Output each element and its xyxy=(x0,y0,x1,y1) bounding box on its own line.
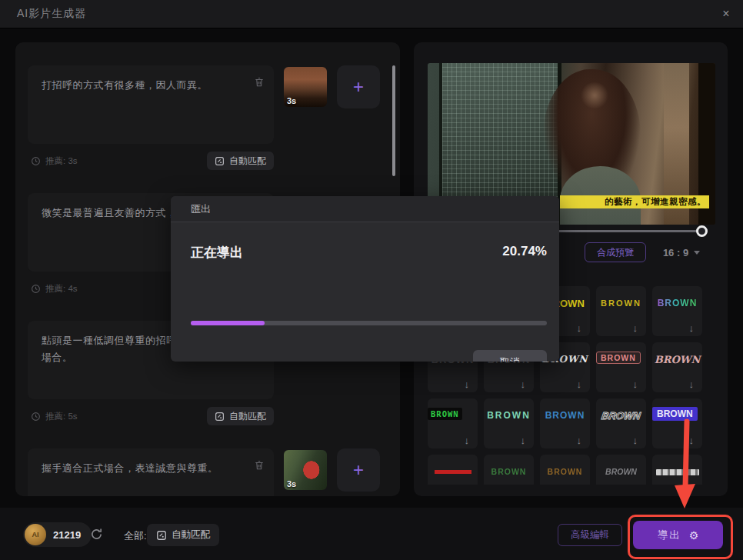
style-sample xyxy=(656,469,699,475)
style-card[interactable]: ↓ xyxy=(428,455,478,485)
style-card[interactable]: BROWN ↓ xyxy=(652,342,702,392)
script-text-box[interactable]: 握手適合正式場合，表達誠意與尊重。 xyxy=(28,448,274,496)
style-sample: BROWN xyxy=(652,342,702,376)
add-clip-button[interactable]: + xyxy=(337,65,380,108)
style-sample: BROWN xyxy=(652,407,698,421)
titlebar: AI影片生成器 × xyxy=(0,0,743,28)
export-progress-fill xyxy=(191,321,265,325)
download-icon[interactable]: ↓ xyxy=(633,435,638,446)
download-icon[interactable]: ↓ xyxy=(577,378,582,390)
style-card[interactable]: BROWN ↓ xyxy=(652,286,702,336)
style-sample: BROWN xyxy=(484,398,534,432)
auto-match-label: 自動匹配 xyxy=(229,410,266,423)
app-window: AI影片生成器 × 打招呼的方式有很多種，因人而異。 推薦: 3s 自動匹配 xyxy=(0,0,743,560)
window-title: AI影片生成器 xyxy=(17,7,86,21)
script-card: 打招呼的方式有很多種，因人而異。 推薦: 3s 自動匹配 3s + xyxy=(28,65,389,170)
gear-icon: ⚙ xyxy=(689,529,699,542)
style-sample: BROWN xyxy=(540,398,590,432)
style-sample: BROWN xyxy=(428,408,462,420)
auto-match-label: 自動匹配 xyxy=(229,155,266,168)
auto-match-all-label: 自動匹配 xyxy=(172,528,210,542)
clock-icon xyxy=(31,156,41,166)
media-column: 3s + xyxy=(284,448,380,496)
style-card[interactable]: BROWN ↓ xyxy=(596,286,646,336)
recommend-duration-label: 推薦: 3s xyxy=(45,155,78,167)
style-sample: BROWN xyxy=(596,455,646,485)
export-button[interactable]: 導出 ⚙ xyxy=(633,521,723,549)
aspect-ratio-value: 16 : 9 xyxy=(663,247,688,258)
thumbnail-duration: 3s xyxy=(287,96,296,105)
auto-match-button[interactable]: 自動匹配 xyxy=(207,407,274,425)
style-sample: BROWN xyxy=(652,286,702,320)
download-icon[interactable]: ↓ xyxy=(633,378,638,390)
export-status-label: 正在導出 xyxy=(191,244,243,262)
style-card[interactable]: BROWN ↓ xyxy=(484,398,534,448)
bottom-bar: AI 21219 全部: 自動匹配 高級編輯 導出 ⚙ xyxy=(0,508,743,560)
export-modal-header: 匯出 xyxy=(171,196,559,222)
export-modal: 匯出 正在導出 20.74% 取消 xyxy=(171,196,559,362)
export-modal-title: 匯出 xyxy=(191,202,211,216)
export-progress-bar xyxy=(191,321,547,325)
recommend-duration-label: 推薦: 5s xyxy=(45,411,78,422)
download-icon[interactable]: ↓ xyxy=(689,322,695,334)
download-icon[interactable]: ↓ xyxy=(689,378,695,390)
credits-pill[interactable]: AI 21219 xyxy=(23,522,92,547)
match-icon xyxy=(215,156,225,166)
cancel-button[interactable]: 取消 xyxy=(473,350,547,362)
all-label: 全部: xyxy=(124,529,147,543)
style-card[interactable]: BROWN ↓ xyxy=(596,342,646,392)
style-sample xyxy=(435,470,471,474)
clock-icon xyxy=(31,284,41,294)
style-card[interactable]: BROWN ↓ xyxy=(596,398,646,448)
download-icon[interactable]: ↓ xyxy=(577,322,582,334)
script-text: 握手適合正式場合，表達誠意與尊重。 xyxy=(42,460,248,477)
credits-count: 21219 xyxy=(53,529,81,541)
scrollbar-thumb[interactable] xyxy=(392,65,395,176)
style-sample: BROWN xyxy=(596,352,641,364)
video-subtitle: 的藝術，可增進親密感。 xyxy=(560,195,709,208)
slider-handle[interactable] xyxy=(696,225,708,237)
export-percent: 20.74% xyxy=(502,244,547,262)
coin-icon: AI xyxy=(25,524,46,545)
close-icon[interactable]: × xyxy=(718,6,734,22)
advanced-edit-button[interactable]: 高級編輯 xyxy=(558,524,622,546)
media-column: 3s + xyxy=(284,65,380,170)
compose-preview-button[interactable]: 合成預覽 xyxy=(585,242,646,262)
script-text: 打招呼的方式有很多種，因人而異。 xyxy=(42,77,248,94)
auto-match-button[interactable]: 自動匹配 xyxy=(207,152,274,170)
script-text-box[interactable]: 打招呼的方式有很多種，因人而異。 xyxy=(28,65,274,144)
match-icon xyxy=(156,530,167,541)
auto-match-all-button[interactable]: 自動匹配 xyxy=(147,524,219,546)
style-card[interactable]: BROWN ↓ xyxy=(484,455,534,485)
style-card[interactable]: BROWN ↓ xyxy=(540,398,590,448)
style-card[interactable]: BROWN ↓ xyxy=(428,398,478,448)
download-icon[interactable]: ↓ xyxy=(633,322,638,334)
style-sample: BROWN xyxy=(596,286,646,320)
clock-icon xyxy=(31,412,41,422)
script-card: 握手適合正式場合，表達誠意與尊重。 自動匹配 3s + xyxy=(28,448,389,496)
style-sample: BROWN xyxy=(540,455,590,485)
download-icon[interactable]: ↓ xyxy=(689,435,695,446)
recommend-duration-label: 推薦: 4s xyxy=(45,283,78,295)
style-sample: BROWN xyxy=(594,398,648,432)
chevron-down-icon xyxy=(694,251,700,255)
style-card[interactable]: BROWN ↓ xyxy=(652,398,702,448)
clip-thumbnail[interactable]: 3s xyxy=(284,450,327,490)
download-icon[interactable]: ↓ xyxy=(521,378,526,390)
refresh-icon[interactable] xyxy=(90,528,103,544)
download-icon[interactable]: ↓ xyxy=(577,435,582,446)
download-icon[interactable]: ↓ xyxy=(465,435,470,446)
download-icon[interactable]: ↓ xyxy=(465,378,470,390)
trash-icon[interactable] xyxy=(254,76,265,91)
download-icon[interactable]: ↓ xyxy=(521,435,526,446)
thumbnail-duration: 3s xyxy=(287,479,296,488)
style-card[interactable]: ↓ xyxy=(652,455,702,485)
export-button-label: 導出 xyxy=(658,528,681,542)
trash-icon[interactable] xyxy=(254,459,265,474)
match-icon xyxy=(215,412,225,422)
aspect-ratio-select[interactable]: 16 : 9 xyxy=(655,242,708,262)
clip-thumbnail[interactable]: 3s xyxy=(284,67,327,107)
style-card[interactable]: BROWN ↓ xyxy=(540,455,590,485)
style-card[interactable]: BROWN ↓ xyxy=(596,455,646,485)
add-clip-button[interactable]: + xyxy=(337,448,380,492)
